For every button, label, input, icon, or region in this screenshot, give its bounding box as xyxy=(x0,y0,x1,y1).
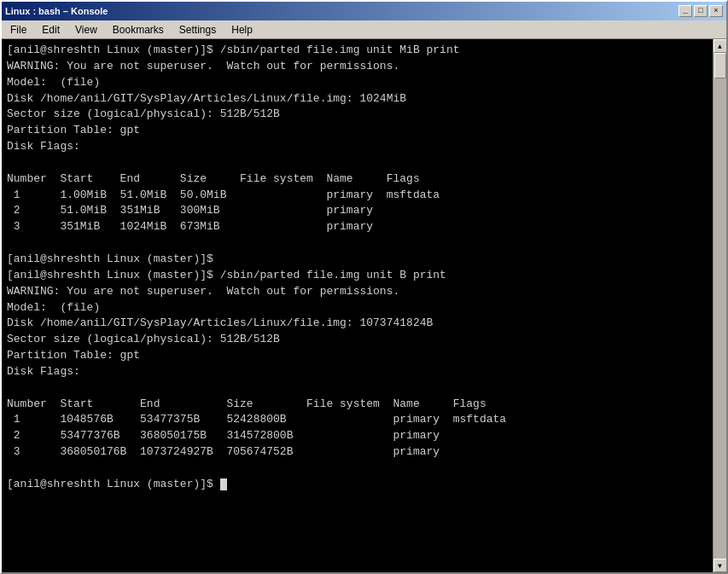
scroll-down-button[interactable]: ▼ xyxy=(713,559,727,572)
title-bar: Linux : bash – Konsole _ □ × xyxy=(2,2,726,20)
scrollbar-area: [anil@shreshth Linux (master)]$ /sbin/pa… xyxy=(2,39,726,572)
main-window: Linux : bash – Konsole _ □ × File Edit V… xyxy=(0,0,728,574)
menu-help[interactable]: Help xyxy=(224,22,259,38)
terminal-cursor xyxy=(220,478,227,490)
scroll-thumb[interactable] xyxy=(714,53,726,78)
terminal-output[interactable]: [anil@shreshth Linux (master)]$ /sbin/pa… xyxy=(2,39,713,572)
minimize-button[interactable]: _ xyxy=(678,5,692,17)
menu-settings[interactable]: Settings xyxy=(172,22,223,38)
close-button[interactable]: × xyxy=(709,5,723,17)
menu-bar: File Edit View Bookmarks Settings Help xyxy=(2,20,726,39)
scroll-up-button[interactable]: ▲ xyxy=(713,39,727,53)
menu-bookmarks[interactable]: Bookmarks xyxy=(106,22,171,38)
window-title: Linux : bash – Konsole xyxy=(5,6,108,16)
title-bar-buttons: _ □ × xyxy=(678,5,723,17)
menu-view[interactable]: View xyxy=(68,22,104,38)
vertical-scrollbar[interactable]: ▲ ▼ xyxy=(713,39,726,572)
menu-edit[interactable]: Edit xyxy=(35,22,67,38)
maximize-button[interactable]: □ xyxy=(694,5,708,17)
scroll-track[interactable] xyxy=(713,53,726,559)
menu-file[interactable]: File xyxy=(3,22,33,38)
